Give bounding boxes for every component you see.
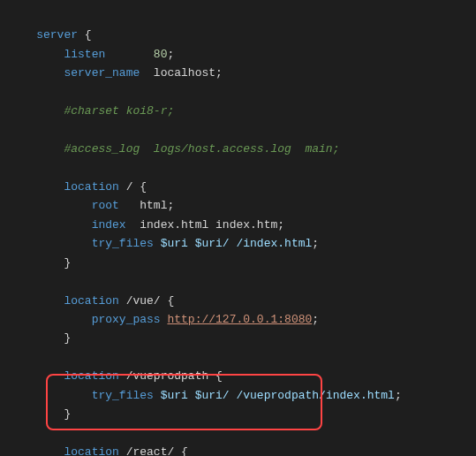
code-block: server { listen 80; server_name localhos… <box>0 0 476 456</box>
charset-comment: #charset koi8-r; <box>64 104 174 118</box>
server-keyword: server <box>36 28 78 42</box>
access-log-comment: #access_log logs/host.access.log main; <box>64 142 339 156</box>
server-name-directive: server_name <box>64 66 140 80</box>
location-keyword: location <box>64 445 118 456</box>
listen-directive: listen <box>64 48 105 61</box>
proxy-url-vue: http://127.0.0.1:8080 <box>167 313 312 326</box>
location-keyword: location <box>64 369 118 383</box>
location-keyword: location <box>64 294 118 308</box>
location-keyword: location <box>64 180 118 194</box>
